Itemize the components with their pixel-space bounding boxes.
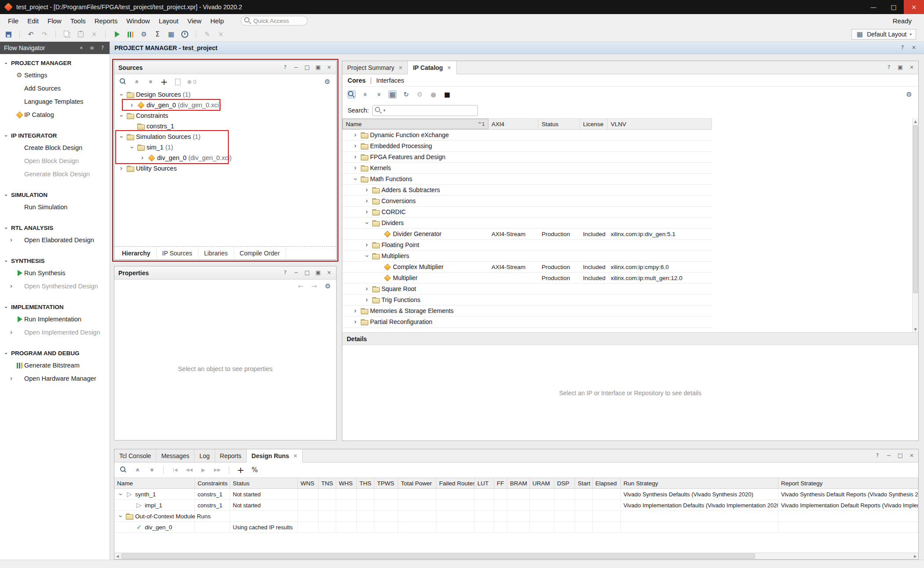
fn-section-header[interactable]: ›SYNTHESIS bbox=[0, 255, 110, 266]
minimize-icon[interactable]: − bbox=[293, 65, 299, 71]
scroll-down-icon[interactable]: ▼ bbox=[913, 326, 918, 332]
cancel-icon[interactable]: × bbox=[217, 30, 225, 38]
minimize-icon[interactable]: − bbox=[293, 270, 299, 276]
expander-icon[interactable]: › bbox=[352, 165, 359, 171]
ip-catalog-row[interactable]: ›Memories & Storage Elements bbox=[342, 306, 712, 317]
collapse-all-icon[interactable]: « bbox=[78, 45, 84, 51]
layout-grid-icon[interactable]: ▦ bbox=[167, 30, 175, 38]
expand-all-icon[interactable]: « bbox=[375, 91, 383, 98]
runs-column-uram[interactable]: URAM bbox=[530, 478, 554, 488]
ip-catalog-row[interactable]: ›Divider GeneratorAXI4-StreamProductionI… bbox=[342, 229, 712, 240]
fn-item-open-implemented-design[interactable]: ›Open Implemented Design bbox=[0, 326, 110, 339]
menu-view[interactable]: View bbox=[183, 15, 206, 27]
expander-icon[interactable]: › bbox=[363, 297, 370, 303]
collapse-all-icon[interactable]: « bbox=[134, 466, 142, 474]
percent-icon[interactable]: % bbox=[251, 466, 259, 474]
program-debug-icon[interactable] bbox=[126, 30, 134, 38]
ip-status-icon[interactable]: ● bbox=[429, 91, 437, 98]
source-tree-item[interactable]: ›Utility Sources bbox=[114, 163, 336, 174]
close-icon[interactable]: × bbox=[911, 45, 917, 51]
expander-icon[interactable]: › bbox=[352, 154, 359, 160]
maximize-icon[interactable]: □ bbox=[897, 453, 903, 459]
runs-column-status[interactable]: Status bbox=[230, 478, 298, 488]
close-icon[interactable]: × bbox=[326, 270, 332, 276]
collapse-all-icon[interactable]: « bbox=[133, 78, 141, 86]
maximize-icon[interactable]: □ bbox=[304, 270, 310, 276]
group-by-category-icon[interactable]: ▦ bbox=[389, 91, 396, 98]
collapse-all-icon[interactable]: « bbox=[361, 91, 369, 98]
help-icon[interactable]: ? bbox=[886, 65, 892, 71]
settings-gear-icon[interactable]: ⚙ bbox=[140, 30, 148, 38]
fn-item-run-implementation[interactable]: Run Implementation bbox=[0, 313, 110, 326]
ip-column-license[interactable]: License bbox=[580, 119, 608, 129]
tab-design-runs[interactable]: Design Runs× bbox=[247, 449, 303, 462]
ip-column-vlnv[interactable]: VLNV bbox=[608, 119, 712, 129]
scrollbar-thumb[interactable] bbox=[913, 125, 918, 293]
scroll-right-icon[interactable]: ▶ bbox=[912, 553, 918, 559]
menu-help[interactable]: Help bbox=[206, 15, 228, 27]
layout-selector[interactable]: ▦ Default Layout ▾ bbox=[851, 29, 916, 40]
close-icon[interactable]: × bbox=[326, 65, 332, 71]
ip-catalog-row[interactable]: ›Conversions bbox=[342, 196, 712, 207]
runs-column-tpws[interactable]: TPWS bbox=[374, 478, 398, 488]
runs-column-report-strategy[interactable]: Report Strategy bbox=[778, 478, 918, 488]
fn-item-run-synthesis[interactable]: Run Synthesis bbox=[0, 266, 110, 280]
fn-item-open-elaborated-design[interactable]: ›Open Elaborated Design bbox=[0, 233, 110, 247]
help-icon[interactable]: ? bbox=[899, 45, 906, 51]
expander-icon[interactable]: › bbox=[363, 253, 370, 259]
create-runs-icon[interactable]: + bbox=[237, 466, 245, 474]
tab-tcl-console[interactable]: Tcl Console bbox=[114, 449, 156, 462]
ip-catalog-row[interactable]: ›MultiplierProductionIncludedxilinx.com:… bbox=[342, 273, 712, 284]
expander-icon[interactable]: › bbox=[128, 144, 135, 151]
edit-file-icon[interactable] bbox=[174, 78, 182, 86]
design-run-row[interactable]: ›▷synth_1constrs_1Not startedVivado Synt… bbox=[114, 489, 918, 500]
fn-item-generate-bitstream[interactable]: Generate Bitstream bbox=[0, 359, 110, 372]
runs-column-elapsed[interactable]: Elapsed bbox=[593, 478, 621, 488]
expander-icon[interactable]: › bbox=[117, 491, 124, 498]
fn-item-run-simulation[interactable]: Run Simulation bbox=[0, 200, 110, 214]
expander-icon[interactable]: › bbox=[139, 155, 146, 161]
fn-item-language-templates[interactable]: Language Templates bbox=[0, 95, 110, 108]
gear-icon[interactable]: ⚙ bbox=[324, 282, 332, 290]
runs-column-run-strategy[interactable]: Run Strategy bbox=[621, 478, 778, 488]
expander-icon[interactable]: › bbox=[363, 220, 370, 226]
quick-access-input[interactable]: Quick Access bbox=[241, 16, 308, 25]
ip-catalog-row[interactable]: ›Floating Point bbox=[342, 240, 712, 251]
gear-icon[interactable]: ⚙ bbox=[905, 91, 913, 98]
fn-item-add-sources[interactable]: Add Sources bbox=[0, 82, 110, 95]
float-icon[interactable]: ▣ bbox=[315, 65, 321, 71]
minimize-icon[interactable]: − bbox=[886, 453, 892, 459]
ip-column-name[interactable]: Name^1 bbox=[342, 119, 488, 129]
sources-tab-compile-order[interactable]: Compile Order bbox=[234, 247, 286, 259]
edit-pencil-icon[interactable]: ✎ bbox=[203, 30, 211, 38]
ip-catalog-row[interactable]: ›Dividers bbox=[342, 218, 712, 229]
expander-icon[interactable]: › bbox=[363, 286, 370, 292]
expander-icon[interactable]: › bbox=[352, 176, 359, 182]
fn-item-settings[interactable]: ⚙Settings bbox=[0, 69, 110, 82]
runs-column-dsp[interactable]: DSP bbox=[554, 478, 575, 488]
source-tree-item[interactable]: ›div_gen_0 (div_gen_0.xci) bbox=[114, 153, 336, 163]
properties-wrench-icon[interactable]: ⚙ bbox=[416, 91, 424, 98]
fn-item-open-synthesized-design[interactable]: ›Open Synthesized Design bbox=[0, 280, 110, 293]
ip-catalog-row[interactable]: ›Dynamic Function eXchange bbox=[342, 130, 712, 141]
design-run-row[interactable]: ›▷impl_1constrs_1Not startedVivado Imple… bbox=[114, 500, 918, 511]
runs-column-lut[interactable]: LUT bbox=[475, 478, 494, 488]
runs-column-constraints[interactable]: Constraints bbox=[195, 478, 230, 488]
fn-section-header[interactable]: ›PROJECT MANAGER bbox=[0, 58, 110, 69]
expander-icon[interactable]: › bbox=[363, 187, 370, 193]
ip-catalog-row[interactable]: ›CORDIC bbox=[342, 207, 712, 218]
runs-column-start[interactable]: Start bbox=[575, 478, 593, 488]
save-icon[interactable] bbox=[4, 30, 12, 38]
maximize-icon[interactable]: □ bbox=[304, 65, 310, 71]
expander-icon[interactable]: › bbox=[118, 91, 125, 98]
expander-icon[interactable]: › bbox=[128, 102, 135, 109]
expander-icon[interactable]: › bbox=[118, 113, 125, 119]
runs-column-tns[interactable]: TNS bbox=[319, 478, 336, 488]
undo-icon[interactable]: ↶ bbox=[27, 30, 35, 38]
menu-tools[interactable]: Tools bbox=[66, 15, 90, 27]
runs-column-ths[interactable]: THS bbox=[357, 478, 374, 488]
search-icon[interactable] bbox=[348, 91, 356, 98]
scroll-up-icon[interactable]: ▲ bbox=[913, 118, 918, 124]
first-run-icon[interactable]: |◀ bbox=[171, 466, 179, 474]
source-tree-item[interactable]: ›Design Sources (1) bbox=[114, 89, 336, 100]
